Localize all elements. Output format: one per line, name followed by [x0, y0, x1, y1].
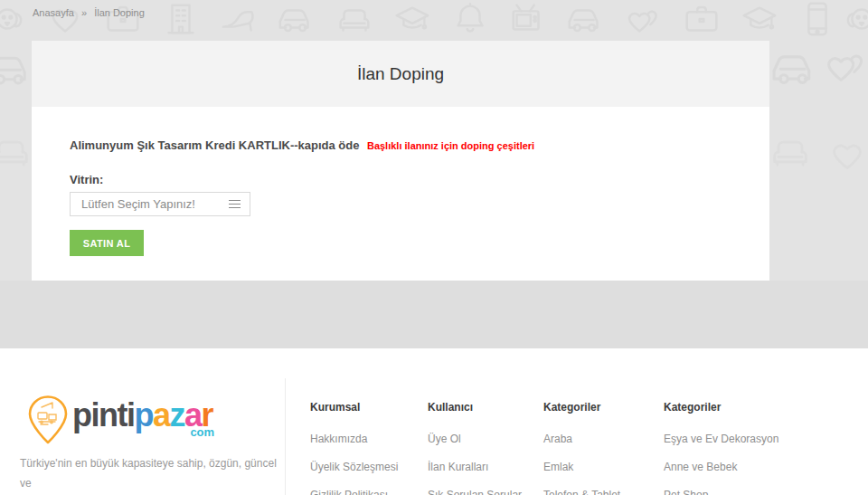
doodle-car-icon: [0, 58, 24, 83]
footer-column-kurumsal: Kurumsal Hakkımızda Üyelik Sözleşmesi Gi…: [310, 401, 428, 495]
doodle-armchair-icon: [341, 10, 369, 30]
doodle-phone-icon: [808, 4, 826, 35]
doodle-graduation-cap-icon: [397, 8, 429, 29]
doodle-heel-icon: [223, 12, 253, 30]
vitrin-label: Vitrin:: [70, 173, 731, 186]
logo-pin-icon: [25, 395, 71, 445]
doodle-bell-icon: [458, 4, 483, 31]
logo-letter: i: [91, 396, 99, 433]
footer-link[interactable]: Hakkımızda: [310, 433, 428, 445]
footer: pintipazar com Türkiye'nin en büyük kapa…: [0, 348, 868, 495]
breadcrumb-current: İlan Doping: [94, 7, 145, 18]
footer-link[interactable]: Telefon & Tablet: [543, 489, 670, 495]
breadcrumb-separator: »: [81, 7, 87, 18]
footer-link[interactable]: Üye Ol: [428, 433, 554, 445]
doodle-car-icon: [774, 57, 809, 83]
footer-description-line1: Türkiye'nin en büyük kapasiteye sahip, ö…: [20, 457, 277, 490]
doodle-tv-icon: [514, 5, 539, 30]
doodle-car-icon: [570, 10, 598, 31]
doodle-car-icon: [280, 10, 308, 31]
card-header: İlan Doping: [32, 41, 769, 107]
footer-divider: [285, 378, 286, 495]
footer-column-title: Kategoriler: [543, 401, 670, 414]
doodle-armchair-icon: [0, 142, 26, 165]
doping-card: İlan Doping Alimunyum Şık Tasarım Kredi …: [32, 41, 769, 281]
footer-link[interactable]: Eşya ve Ev Dekorasyon: [664, 433, 808, 445]
product-line: Alimunyum Şık Tasarım Kredi KARTLIK--kap…: [70, 137, 731, 154]
breadcrumb-home-link[interactable]: Anasayfa: [33, 7, 74, 18]
footer-link[interactable]: Anne ve Bebek: [664, 461, 808, 473]
footer-link[interactable]: Pet Shop: [664, 489, 808, 495]
footer-column-title: Kategoriler: [664, 401, 808, 414]
logo-letter: i: [127, 396, 135, 433]
hamburger-icon: [229, 197, 241, 211]
vitrin-select-value: Lütfen Seçim Yapınız!: [81, 197, 195, 211]
footer-column-title: Kurumsal: [310, 401, 428, 414]
doodle-graduation-cap-icon: [744, 8, 776, 29]
gray-band: [0, 281, 868, 348]
doodle-dog-icon: [848, 9, 868, 28]
logo-letter: p: [135, 396, 154, 433]
product-title: Alimunyum Şık Tasarım Kredi KARTLIK--kap…: [70, 138, 359, 152]
footer-column-kategoriler-2: Kategoriler Eşya ve Ev Dekorasyon Anne v…: [664, 401, 808, 495]
vitrin-select[interactable]: Lütfen Seçim Yapınız!: [70, 192, 250, 216]
doodle-hearts-icon: [629, 12, 656, 32]
logo-tld: com: [190, 425, 214, 439]
logo-letter: t: [118, 396, 127, 433]
footer-left-section: pintipazar com Türkiye'nin en büyük kapa…: [20, 394, 284, 495]
satin-al-button[interactable]: SATIN AL: [70, 230, 144, 256]
footer-link[interactable]: İlan Kuralları: [428, 461, 554, 473]
logo-letter: n: [99, 396, 118, 433]
footer-link[interactable]: Üyelik Sözleşmesi: [310, 461, 428, 473]
breadcrumb: Anasayfa » İlan Doping: [33, 7, 149, 18]
doodle-heart-icon: [835, 146, 861, 168]
site-logo[interactable]: pintipazar com: [25, 394, 284, 443]
footer-column-kategoriler-1: Kategoriler Araba Emlak Telefon & Tablet: [543, 401, 670, 495]
footer-link[interactable]: Sık Sorulan Sorular: [428, 489, 554, 495]
footer-link[interactable]: Gizlilik Politikası: [310, 489, 428, 495]
footer-link[interactable]: Emlak: [543, 461, 670, 473]
doodle-dog-icon: [0, 9, 21, 28]
logo-wordmark: pintipazar com: [72, 397, 212, 433]
logo-letter: a: [153, 396, 170, 433]
doping-subtitle: Başlıklı ilanınız için doping çeşitleri: [367, 140, 534, 151]
doodle-hearts-icon: [829, 56, 862, 80]
logo-letter: p: [72, 396, 91, 433]
footer-description: Türkiye'nin en büyük kapasiteye sahip, ö…: [20, 453, 284, 495]
footer-column-title: Kullanıcı: [428, 401, 554, 414]
doodle-briefcase-icon: [687, 7, 717, 30]
doodle-armchair-icon: [775, 142, 807, 165]
card-body: Alimunyum Şık Tasarım Kredi KARTLIK--kap…: [32, 107, 769, 256]
footer-column-kullanici: Kullanıcı Üye Ol İlan Kuralları Sık Soru…: [428, 401, 554, 495]
footer-link[interactable]: Araba: [543, 433, 670, 445]
doodle-building-icon: [169, 5, 193, 33]
page-title: İlan Doping: [357, 64, 444, 84]
logo-letter: z: [170, 396, 185, 433]
